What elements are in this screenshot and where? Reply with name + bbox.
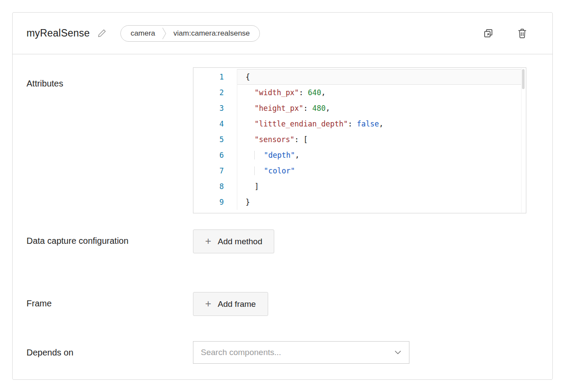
line-number: 9 bbox=[193, 194, 237, 210]
data-capture-label: Data capture configuration bbox=[27, 229, 193, 247]
line-content: "little_endian_depth": false, bbox=[237, 116, 521, 132]
line-number: 4 bbox=[193, 116, 237, 132]
duplicate-button[interactable] bbox=[481, 26, 495, 40]
depends-on-row: Depends on Search components... bbox=[27, 341, 538, 364]
attributes-row: Attributes 1{2 "width_px": 640,3 "height… bbox=[27, 67, 538, 213]
editor-scrollbar[interactable] bbox=[521, 68, 525, 213]
header-actions bbox=[481, 26, 541, 40]
attributes-json-editor[interactable]: 1{2 "width_px": 640,3 "height_px": 480,4… bbox=[193, 67, 526, 213]
add-method-label: Add method bbox=[218, 237, 262, 246]
line-content: ] bbox=[237, 179, 521, 194]
line-content: "width_px": 640, bbox=[237, 85, 521, 100]
component-model: viam:camera:realsense bbox=[173, 29, 250, 38]
line-number: 1 bbox=[193, 69, 237, 85]
code-line[interactable]: 7 "color" bbox=[193, 163, 526, 179]
edit-name-button[interactable] bbox=[96, 27, 108, 40]
component-type: camera bbox=[130, 29, 155, 38]
depends-on-select[interactable]: Search components... bbox=[193, 341, 409, 364]
code-lines: 1{2 "width_px": 640,3 "height_px": 480,4… bbox=[193, 69, 526, 210]
line-content: "color" bbox=[237, 163, 521, 179]
breadcrumb-chevron-icon bbox=[162, 27, 166, 40]
line-number: 6 bbox=[193, 147, 237, 163]
code-line[interactable]: 2 "width_px": 640, bbox=[193, 85, 526, 100]
plus-icon: + bbox=[205, 299, 211, 309]
code-line[interactable]: 3 "height_px": 480, bbox=[193, 100, 526, 116]
line-number: 2 bbox=[193, 85, 237, 100]
component-title: myRealSense bbox=[27, 27, 90, 39]
trash-icon bbox=[517, 28, 527, 39]
component-type-pill: camera viam:camera:realsense bbox=[120, 25, 259, 42]
code-line[interactable]: 5 "sensors": [ bbox=[193, 132, 526, 147]
code-line[interactable]: 4 "little_endian_depth": false, bbox=[193, 116, 526, 132]
code-line[interactable]: 9} bbox=[193, 194, 526, 210]
line-content: "sensors": [ bbox=[237, 132, 521, 147]
line-number: 5 bbox=[193, 132, 237, 147]
code-line[interactable]: 1{ bbox=[193, 69, 526, 85]
component-card-body: Attributes 1{2 "width_px": 640,3 "height… bbox=[13, 54, 552, 364]
line-content: } bbox=[237, 194, 521, 210]
scrollbar-thumb[interactable] bbox=[522, 69, 525, 89]
frame-label: Frame bbox=[27, 292, 193, 310]
plus-icon: + bbox=[205, 236, 211, 246]
add-frame-button[interactable]: + Add frame bbox=[193, 292, 268, 316]
line-number: 7 bbox=[193, 163, 237, 179]
code-line[interactable]: 6 "depth", bbox=[193, 147, 526, 163]
frame-row: Frame + Add frame bbox=[27, 292, 538, 316]
add-frame-label: Add frame bbox=[218, 299, 256, 309]
line-content: "depth", bbox=[237, 147, 521, 163]
line-content: "height_px": 480, bbox=[237, 100, 521, 116]
pencil-icon bbox=[97, 29, 106, 38]
line-number: 3 bbox=[193, 100, 237, 116]
code-line[interactable]: 8 ] bbox=[193, 179, 526, 194]
depends-on-label: Depends on bbox=[27, 341, 193, 359]
component-card: myRealSense camera viam:camera:realsense bbox=[12, 12, 553, 380]
duplicate-icon bbox=[483, 28, 494, 39]
chevron-down-icon bbox=[395, 350, 401, 355]
component-card-header: myRealSense camera viam:camera:realsense bbox=[13, 13, 552, 54]
data-capture-row: Data capture configuration + Add method bbox=[27, 229, 538, 253]
delete-button[interactable] bbox=[515, 26, 529, 40]
add-method-button[interactable]: + Add method bbox=[193, 229, 274, 253]
depends-on-placeholder: Search components... bbox=[201, 348, 281, 357]
line-number: 8 bbox=[193, 179, 237, 194]
attributes-label: Attributes bbox=[27, 67, 193, 90]
line-content: { bbox=[237, 69, 521, 85]
